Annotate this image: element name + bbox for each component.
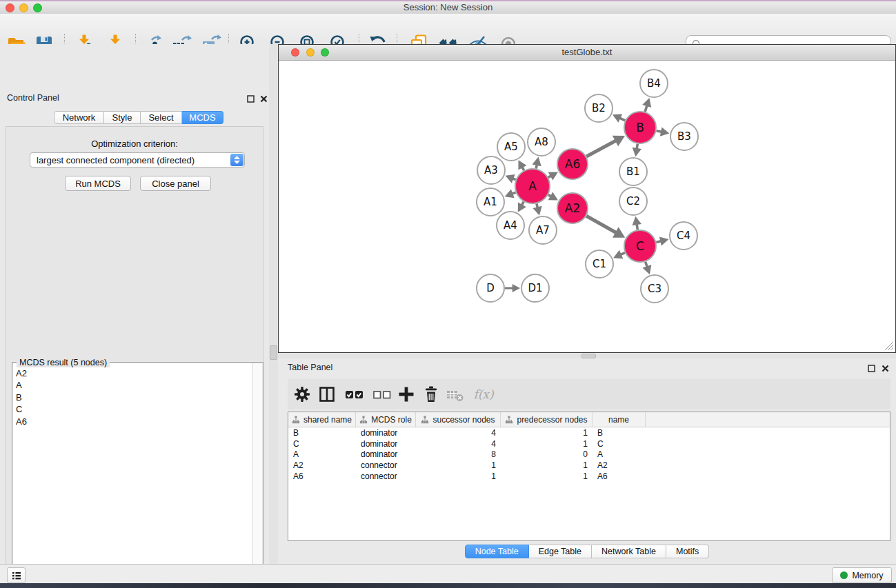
split-columns-button[interactable]: [317, 383, 337, 405]
table-settings-button[interactable]: [292, 383, 312, 405]
table-row[interactable]: Cdominator41C: [288, 438, 890, 449]
graph-node-label: A1: [484, 196, 497, 208]
graph-node-label: A7: [536, 224, 550, 236]
mcds-result-item[interactable]: C: [16, 403, 252, 415]
graph-edge[interactable]: [637, 144, 637, 149]
graph-edge[interactable]: [586, 216, 616, 232]
status-bar: Memory: [0, 564, 896, 583]
network-view-window: testGlobe.txt B4B2BB3A8A5A6A3B1AA1C2A2A4…: [278, 44, 896, 353]
float-panel-button[interactable]: [246, 94, 255, 103]
tab-select[interactable]: Select: [141, 111, 182, 124]
graph-node-label: A3: [484, 164, 498, 176]
column-header-name[interactable]: name: [593, 412, 646, 427]
graph-edge[interactable]: [586, 141, 616, 156]
network-canvas[interactable]: B4B2BB3A8A5A6A3B1AA1C2A2A4A7C4CC1DD1C3: [279, 61, 895, 352]
table-panel: Table Panel: [278, 358, 896, 564]
criterion-dropdown-value: largest connected component (directed): [30, 155, 230, 165]
graph-edge-arrow: [633, 216, 641, 225]
table-cell: 1: [501, 460, 593, 470]
network-close-traffic-light[interactable]: [291, 48, 299, 57]
tab-node-table[interactable]: Node Table: [465, 545, 529, 558]
close-panel-button[interactable]: [259, 94, 268, 103]
select-all-checkboxes-button[interactable]: [343, 383, 366, 405]
table-cell: dominator: [356, 428, 416, 438]
run-mcds-button[interactable]: Run MCDS: [65, 176, 131, 191]
add-column-button[interactable]: [396, 383, 417, 405]
graph-edge-arrow: [659, 236, 669, 245]
shared-column-icon: [359, 416, 368, 424]
delete-table-button[interactable]: [445, 383, 466, 405]
mcds-result-item[interactable]: A2: [16, 367, 252, 379]
graph-node-label: B4: [647, 77, 661, 90]
table-row[interactable]: A2connector11A2: [288, 460, 890, 471]
graph-node-label: C1: [593, 258, 606, 270]
desktop-wallpaper-strip: [0, 583, 896, 588]
column-header-predecessor-nodes[interactable]: predecessor nodes: [501, 412, 593, 427]
table-cell: B: [593, 428, 646, 438]
tab-motifs[interactable]: Motifs: [666, 545, 709, 558]
graph-node-label: D: [486, 282, 495, 294]
column-header-shared-name[interactable]: shared name: [288, 412, 356, 427]
resize-grip-icon[interactable]: [883, 340, 894, 351]
table-cell: A: [593, 449, 646, 459]
divider-grip[interactable]: [270, 345, 277, 360]
graph-node-label: B: [636, 121, 644, 134]
graph-edge[interactable]: [637, 224, 637, 230]
optimization-criterion-label: Optimization criterion:: [6, 139, 263, 149]
graph-edge[interactable]: [621, 253, 625, 255]
show-panels-button[interactable]: [7, 567, 26, 583]
clear-checkboxes-button[interactable]: [370, 383, 394, 405]
table-row[interactable]: A6connector11A6: [288, 471, 890, 482]
memory-status-icon: [840, 571, 848, 579]
mcds-result-list[interactable]: A2ABCA6: [13, 363, 262, 588]
delete-column-button[interactable]: [421, 383, 441, 405]
graph-edge[interactable]: [657, 131, 662, 132]
table-cell: 1: [416, 460, 501, 470]
mcds-result-item[interactable]: B: [16, 392, 252, 403]
shared-column-icon: [292, 416, 300, 424]
tab-network-table[interactable]: Network Table: [592, 545, 666, 558]
mcds-result-item[interactable]: A: [16, 379, 252, 391]
column-header-label: predecessor nodes: [517, 415, 587, 425]
table-cell: 4: [416, 439, 501, 449]
function-builder-button[interactable]: f(x): [470, 383, 497, 405]
memory-button[interactable]: Memory: [832, 567, 892, 583]
graph-edge-arrow: [633, 148, 641, 156]
close-traffic-light[interactable]: [6, 3, 14, 12]
float-window-icon: [868, 365, 875, 372]
table-row[interactable]: Bdominator41B: [288, 427, 890, 438]
window-title: Session: New Session: [0, 1, 896, 14]
control-panel: Control Panel NetworkStyleSelectMCDS Opt…: [0, 44, 270, 564]
tab-style[interactable]: Style: [104, 111, 141, 124]
unchecked-checkboxes-icon: [371, 385, 393, 404]
column-header-successor-nodes[interactable]: successor nodes: [416, 412, 501, 427]
network-window-titlebar[interactable]: testGlobe.txt: [279, 45, 895, 61]
graph-edge[interactable]: [646, 262, 648, 267]
mcds-result-item[interactable]: A6: [16, 416, 252, 427]
column-header-empty: [646, 412, 890, 427]
table-close-button[interactable]: [880, 363, 890, 373]
network-zoom-traffic-light[interactable]: [321, 48, 329, 57]
mcds-result-items: A2ABCA6: [13, 363, 252, 588]
graph-edge[interactable]: [645, 105, 647, 112]
close-panel-action-button[interactable]: Close panel: [140, 176, 211, 191]
zoom-traffic-light[interactable]: [33, 3, 42, 12]
graph-node-label: A5: [504, 141, 518, 153]
tab-network[interactable]: Network: [54, 111, 104, 124]
run-mcds-label: Run MCDS: [75, 179, 121, 189]
divider-grip[interactable]: [581, 354, 596, 358]
horizontal-split-divider[interactable]: [278, 353, 896, 358]
tab-mcds[interactable]: MCDS: [182, 111, 223, 124]
vertical-split-divider[interactable]: [269, 44, 278, 564]
graph-edge-arrow: [512, 284, 520, 292]
mcds-list-scrollbar[interactable]: [252, 363, 262, 588]
table-float-button[interactable]: [866, 363, 876, 373]
tab-edge-table[interactable]: Edge Table: [529, 545, 592, 558]
criterion-dropdown[interactable]: largest connected component (directed): [30, 152, 245, 168]
column-header-mcds-role[interactable]: MCDS role: [356, 412, 416, 427]
network-minimize-traffic-light[interactable]: [306, 48, 315, 57]
minimize-traffic-light[interactable]: [19, 3, 28, 12]
graph-edge[interactable]: [619, 118, 625, 121]
table-row[interactable]: Adominator80A: [288, 449, 890, 460]
graph-edge[interactable]: [656, 241, 661, 243]
